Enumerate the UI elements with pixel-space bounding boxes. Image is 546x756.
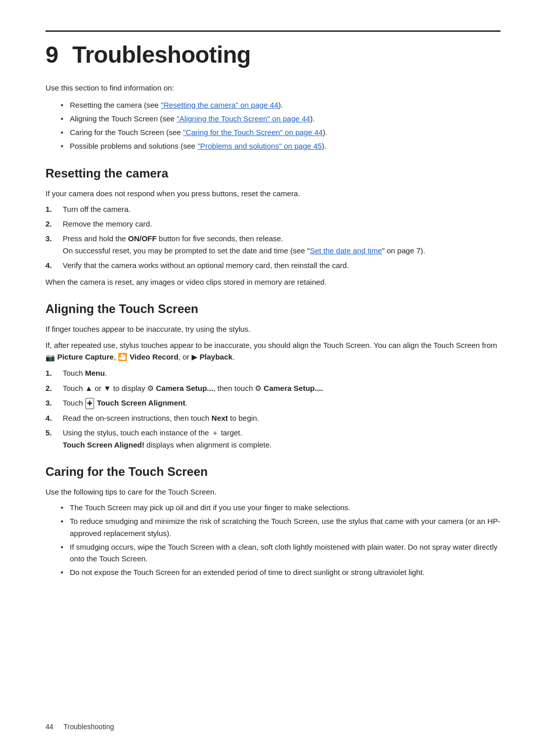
top-rule xyxy=(46,30,500,32)
section-aligning: Aligning the Touch Screen If finger touc… xyxy=(46,302,500,451)
up-arrow-icon: ▲ xyxy=(85,384,93,392)
intro-text: Use this section to find information on: xyxy=(46,82,500,94)
aligning-steps: 1. Touch Menu. 2. Touch ▲ or ▼ to displa… xyxy=(46,367,500,450)
intro-bullet-list: Resetting the camera (see "Resetting the… xyxy=(61,99,500,152)
chapter-title: 9Troubleshooting xyxy=(46,41,500,68)
list-item: 1. Turn off the camera. xyxy=(46,203,500,215)
list-item: 5. Using the stylus, touch each instance… xyxy=(46,427,500,451)
down-arrow-icon: ▼ xyxy=(104,384,111,392)
resetting-intro: If your camera does not respond when you… xyxy=(46,188,500,199)
list-item: Resetting the camera (see "Resetting the… xyxy=(61,99,500,111)
footer-label: Troubleshooting xyxy=(64,723,114,731)
footer-page-number: 44 xyxy=(46,723,54,731)
caring-bullet-list: The Touch Screen may pick up oil and dir… xyxy=(61,502,500,579)
section-resetting: Resetting the camera If your camera does… xyxy=(46,166,500,288)
section-title-caring: Caring for the Touch Screen xyxy=(46,465,500,479)
setup-icon1: ⚙ xyxy=(147,384,154,392)
list-item: Possible problems and solutions (see "Pr… xyxy=(61,140,500,152)
playback-icon: ▶ xyxy=(192,352,198,361)
align-icon: ✚ xyxy=(85,398,94,409)
resetting-link[interactable]: "Resetting the camera" on page 44 xyxy=(161,101,278,109)
video-icon: 🎦 xyxy=(118,352,127,361)
set-date-link[interactable]: Set the date and time xyxy=(310,246,382,255)
chapter-title-text: Troubleshooting xyxy=(72,41,251,68)
resetting-steps: 1. Turn off the camera. 2. Remove the me… xyxy=(46,203,500,271)
list-item: To reduce smudging and minimize the risk… xyxy=(61,515,500,539)
camera-icon: 📷 xyxy=(46,351,55,363)
caring-link[interactable]: "Caring for the Touch Screen" on page 44 xyxy=(183,128,323,137)
setup-icon2: ⚙ xyxy=(255,384,261,392)
list-item: 2. Touch ▲ or ▼ to display ⚙ Camera Setu… xyxy=(46,382,500,394)
problems-link[interactable]: "Problems and solutions" on page 45 xyxy=(198,142,322,150)
list-item: If smudging occurs, wipe the Touch Scree… xyxy=(61,541,500,565)
list-item: 1. Touch Menu. xyxy=(46,367,500,379)
aligning-para2: If, after repeated use, stylus touches a… xyxy=(46,339,500,364)
chapter-number: 9 xyxy=(46,41,58,68)
list-item: 2. Remove the memory card. xyxy=(46,218,500,230)
list-item: 4. Verify that the camera works without … xyxy=(46,259,500,271)
list-item: Caring for the Touch Screen (see "Caring… xyxy=(61,126,500,138)
section-title-aligning: Aligning the Touch Screen xyxy=(46,302,500,316)
aligning-para1: If finger touches appear to be inaccurat… xyxy=(46,323,500,335)
footer: 44 Troubleshooting xyxy=(46,723,500,731)
resetting-note: When the camera is reset, any images or … xyxy=(46,276,500,288)
list-item: The Touch Screen may pick up oil and dir… xyxy=(61,502,500,513)
page: 9Troubleshooting Use this section to fin… xyxy=(0,0,546,756)
section-caring: Caring for the Touch Screen Use the foll… xyxy=(46,465,500,579)
list-item: 3. Touch ✚ Touch Screen Alignment. xyxy=(46,397,500,409)
caring-intro: Use the following tips to care for the T… xyxy=(46,486,500,498)
list-item: 3. Press and hold the ON/OFF button for … xyxy=(46,233,500,256)
list-item: 4. Read the on-screen instructions, then… xyxy=(46,412,500,424)
aligning-link[interactable]: "Aligning the Touch Screen" on page 44 xyxy=(177,114,310,123)
list-item: Do not expose the Touch Screen for an ex… xyxy=(61,566,500,578)
list-item: Aligning the Touch Screen (see "Aligning… xyxy=(61,113,500,124)
section-title-resetting: Resetting the camera xyxy=(46,166,500,181)
